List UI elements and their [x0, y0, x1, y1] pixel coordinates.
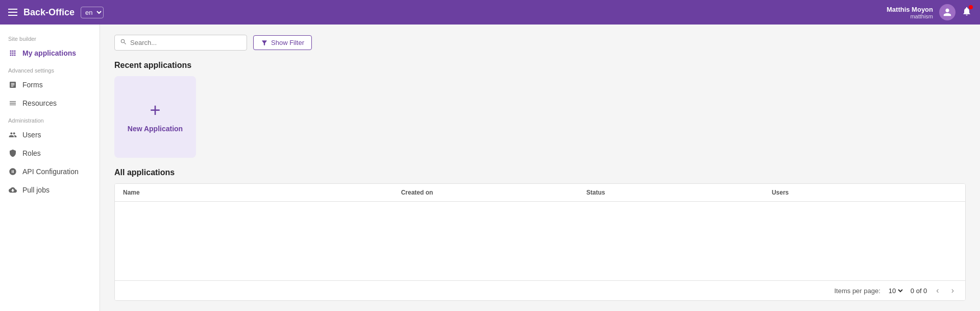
forms-icon: [8, 80, 17, 89]
user-name: Matthis Moyon: [887, 6, 933, 13]
topbar-left: Back-Office en fr: [8, 7, 104, 18]
sidebar-item-roles-label: Roles: [22, 149, 41, 157]
apps-table: Name Created on Status Users Items per p…: [114, 183, 966, 301]
sidebar-item-pull-jobs-label: Pull jobs: [22, 186, 50, 194]
show-filter-button[interactable]: Show Filter: [253, 35, 312, 50]
sidebar-item-pull-jobs[interactable]: Pull jobs: [0, 181, 100, 199]
sidebar-item-resources-label: Resources: [22, 99, 57, 107]
roles-icon: [8, 149, 17, 158]
layout: Site builder My applications Advanced se…: [0, 25, 980, 311]
hamburger-menu[interactable]: [8, 9, 17, 16]
language-select[interactable]: en fr: [81, 7, 104, 18]
search-box: [114, 35, 247, 51]
next-page-button[interactable]: ›: [948, 285, 957, 296]
app-title: Back-Office: [23, 7, 75, 18]
sidebar-section-advanced: Advanced settings: [0, 62, 100, 76]
sidebar-item-users-label: Users: [22, 131, 41, 139]
pull-jobs-icon: [8, 185, 17, 195]
sidebar: Site builder My applications Advanced se…: [0, 25, 100, 311]
notifications-button[interactable]: [962, 6, 972, 19]
apps-icon: [8, 49, 17, 58]
show-filter-label: Show Filter: [271, 39, 304, 46]
sidebar-section-site-builder: Site builder: [0, 31, 100, 44]
users-icon: [8, 130, 17, 139]
recent-apps-title: Recent applications: [114, 61, 966, 70]
user-email: matthism: [887, 13, 933, 19]
topbar: Back-Office en fr Matthis Moyon matthism: [0, 0, 980, 25]
col-status: Status: [586, 189, 772, 196]
table-body: [115, 202, 965, 280]
prev-page-button[interactable]: ‹: [933, 285, 942, 296]
all-apps-section: All applications Name Created on Status …: [114, 168, 966, 301]
search-icon: [120, 38, 127, 47]
sidebar-item-resources[interactable]: Resources: [0, 94, 100, 112]
new-application-label: New Application: [128, 125, 183, 133]
main-content: Show Filter Recent applications + New Ap…: [100, 25, 980, 311]
sidebar-item-forms[interactable]: Forms: [0, 76, 100, 94]
search-input[interactable]: [130, 39, 241, 46]
resources-icon: [8, 99, 17, 108]
sidebar-section-administration: Administration: [0, 112, 100, 126]
user-info: Matthis Moyon matthism: [887, 6, 933, 19]
topbar-right: Matthis Moyon matthism: [887, 4, 972, 20]
sidebar-item-my-applications[interactable]: My applications: [0, 44, 100, 62]
search-row: Show Filter: [114, 35, 966, 51]
table-header-row: Name Created on Status Users: [115, 184, 965, 202]
pagination-bar: Items per page: 10 5 25 50 0 of 0 ‹ ›: [115, 280, 965, 300]
plus-icon: +: [150, 101, 160, 119]
sidebar-item-my-applications-label: My applications: [22, 49, 76, 57]
sidebar-item-api-config[interactable]: API Configuration: [0, 162, 100, 181]
avatar[interactable]: [939, 4, 955, 20]
notification-badge: [969, 5, 973, 9]
all-apps-title: All applications: [114, 168, 966, 177]
sidebar-item-users[interactable]: Users: [0, 126, 100, 144]
pagination-count: 0 of 0: [911, 287, 927, 295]
sidebar-item-forms-label: Forms: [22, 81, 43, 89]
recent-apps-section: Recent applications + New Application: [114, 61, 966, 158]
items-per-page-label: Items per page:: [834, 287, 880, 295]
sidebar-item-roles[interactable]: Roles: [0, 144, 100, 162]
col-created-on: Created on: [401, 189, 586, 196]
api-icon: [8, 167, 17, 176]
new-application-card[interactable]: + New Application: [114, 76, 196, 158]
col-users: Users: [772, 189, 957, 196]
per-page-select[interactable]: 10 5 25 50: [887, 286, 904, 295]
sidebar-item-api-config-label: API Configuration: [22, 168, 79, 176]
col-name: Name: [123, 189, 401, 196]
